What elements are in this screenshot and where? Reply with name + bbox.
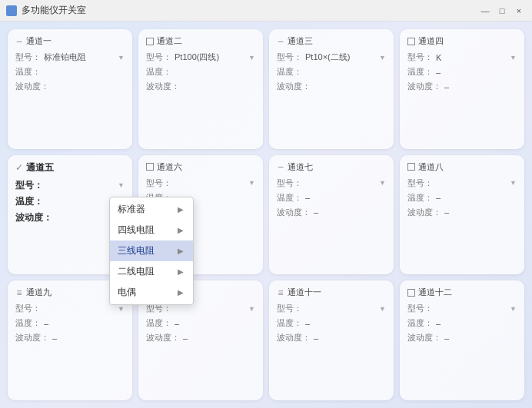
model-arrow-3: ▼	[379, 54, 386, 61]
context-item-label-2: 三线电阻	[118, 244, 155, 257]
model-select-6[interactable]: ▼	[175, 179, 255, 187]
wave-value-4: –	[444, 82, 517, 91]
model-label-2: 型号：	[146, 51, 171, 63]
channel-card-4[interactable]: 通道四 型号： K ▼ 温度： – 波动度： –	[400, 29, 524, 149]
channel-title-1: 通道一	[26, 35, 52, 47]
channel-title-11: 通道十一	[288, 287, 321, 298]
main-grid: – 通道一 型号： 标准铂电阻 ▼ 温度： 波动度： 通道二 型号： Pt100…	[0, 22, 532, 408]
model-row-1: 型号： 标准铂电阻 ▼	[15, 51, 125, 63]
temp-label-11: 温度：	[277, 317, 302, 329]
wave-label-8: 波动度：	[407, 207, 441, 218]
title-bar: 多功能仪开关室 — □ ×	[0, 0, 532, 22]
model-select-3[interactable]: Pt10×(二线) ▼	[305, 51, 386, 63]
model-label-6: 型号：	[146, 177, 171, 189]
temp-label-1: 温度：	[15, 66, 41, 78]
wave-label-3: 波动度：	[277, 81, 311, 92]
context-item-arrow-4: ▶	[178, 288, 184, 297]
channel-header-9: ≡ 通道九	[15, 287, 125, 298]
context-item-label-1: 四线电阻	[118, 224, 155, 237]
model-row-3: 型号： Pt10×(二线) ▼	[277, 51, 386, 63]
channel-header-5: ✓ 通道五	[15, 161, 125, 174]
model-row-9: 型号： ▼	[15, 303, 125, 314]
context-menu-item-2[interactable]: 三线电阻▶	[110, 240, 193, 261]
model-value-4: K	[436, 53, 508, 62]
wave-row-10: 波动度： –	[146, 332, 255, 343]
context-item-arrow-0: ▶	[178, 205, 184, 214]
wave-label-7: 波动度：	[277, 207, 311, 218]
model-arrow-7: ▼	[379, 179, 386, 187]
temp-label-3: 温度：	[277, 66, 302, 78]
minimize-button[interactable]: —	[478, 4, 492, 18]
temp-row-12: 温度： –	[407, 317, 517, 329]
temp-row-7: 温度： –	[277, 192, 386, 204]
model-select-5[interactable]: ▼	[46, 181, 125, 189]
model-select-12[interactable]: ▼	[436, 305, 517, 313]
channel-card-11[interactable]: ≡ 通道十一 型号： ▼ 温度： – 波动度： –	[269, 280, 394, 400]
window-controls: — □ ×	[478, 4, 526, 18]
model-row-4: 型号： K ▼	[407, 51, 517, 63]
app-icon	[6, 5, 17, 16]
wave-value-12: –	[444, 333, 517, 343]
wave-value-11: –	[314, 333, 386, 343]
context-menu-item-3[interactable]: 二线电阻▶	[110, 261, 193, 282]
temp-row-5: 温度：	[15, 195, 125, 208]
temp-value-11: –	[305, 319, 386, 328]
channel-title-2: 通道二	[157, 35, 182, 47]
wave-label-5: 波动度：	[15, 211, 52, 224]
model-select-8[interactable]: ▼	[436, 179, 517, 187]
context-menu-item-0[interactable]: 标准器▶	[110, 199, 193, 220]
channel-header-7: – 通道七	[277, 161, 386, 173]
dash-icon: –	[277, 163, 284, 171]
wave-row-7: 波动度： –	[277, 207, 386, 218]
wave-row-9: 波动度： –	[15, 332, 125, 343]
model-label-12: 型号：	[407, 303, 433, 314]
channel-card-3[interactable]: – 通道三 型号： Pt10×(二线) ▼ 温度： 波动度：	[269, 29, 394, 149]
context-item-label-0: 标准器	[118, 203, 145, 216]
channel-header-4: 通道四	[407, 35, 517, 47]
wave-label-11: 波动度：	[277, 332, 311, 343]
channel-card-12[interactable]: 通道十二 型号： ▼ 温度： – 波动度： –	[400, 280, 524, 400]
context-menu-item-1[interactable]: 四线电阻▶	[110, 220, 193, 240]
channel-card-8[interactable]: 通道八 型号： ▼ 温度： – 波动度： –	[400, 155, 524, 275]
model-row-11: 型号： ▼	[277, 303, 386, 314]
temp-value-7: –	[305, 193, 386, 202]
maximize-button[interactable]: □	[495, 4, 509, 18]
wave-label-10: 波动度：	[146, 332, 180, 343]
wave-row-4: 波动度： –	[407, 81, 517, 92]
model-value-1: 标准铂电阻	[44, 51, 116, 63]
channel-title-3: 通道三	[288, 35, 313, 47]
temp-label-10: 温度：	[146, 317, 171, 329]
model-row-5: 型号： ▼	[15, 179, 125, 192]
model-label-9: 型号：	[15, 303, 41, 314]
wave-label-4: 波动度：	[407, 81, 441, 92]
model-select-10[interactable]: ▼	[175, 305, 255, 313]
channel-header-2: 通道二	[146, 35, 255, 47]
wave-row-3: 波动度：	[277, 81, 386, 92]
close-button[interactable]: ×	[512, 4, 526, 18]
model-select-1[interactable]: 标准铂电阻 ▼	[44, 51, 125, 63]
model-row-12: 型号： ▼	[407, 303, 517, 314]
context-menu-item-4[interactable]: 电偶▶	[110, 282, 193, 303]
model-label-3: 型号：	[277, 51, 302, 63]
temp-label-4: 温度：	[407, 66, 433, 78]
channel-title-7: 通道七	[288, 161, 313, 173]
model-arrow-4: ▼	[510, 54, 517, 61]
model-value-3: Pt10×(二线)	[305, 51, 377, 63]
temp-label-8: 温度：	[407, 192, 433, 204]
wave-value-10: –	[183, 333, 255, 343]
channel-card-7[interactable]: – 通道七 型号： ▼ 温度： – 波动度： –	[269, 155, 394, 275]
model-select-2[interactable]: Pt100(四线) ▼	[175, 51, 255, 63]
channel-card-2[interactable]: 通道二 型号： Pt100(四线) ▼ 温度： 波动度：	[138, 29, 263, 149]
temp-value-8: –	[436, 193, 517, 202]
model-select-7[interactable]: ▼	[305, 179, 386, 187]
model-label-7: 型号：	[277, 177, 302, 189]
context-menu[interactable]: 标准器▶四线电阻▶三线电阻▶二线电阻▶电偶▶	[109, 197, 194, 305]
temp-row-9: 温度： –	[15, 317, 125, 329]
temp-value-10: –	[175, 319, 255, 328]
model-select-9[interactable]: ▼	[44, 305, 125, 313]
model-select-11[interactable]: ▼	[305, 305, 386, 313]
channel-card-1[interactable]: – 通道一 型号： 标准铂电阻 ▼ 温度： 波动度：	[8, 29, 132, 149]
channel-title-6: 通道六	[157, 161, 182, 173]
model-select-4[interactable]: K ▼	[436, 53, 517, 62]
wave-value-8: –	[444, 207, 517, 217]
